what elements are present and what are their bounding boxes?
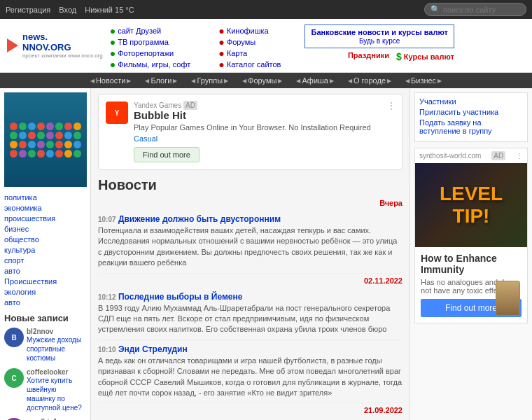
level-badge: LEVELTIP! — [440, 183, 503, 227]
news-text: Потенциала и взаимодействия ваших детей,… — [98, 225, 402, 269]
news-time: 10:12 — [98, 293, 116, 301]
search-icon: 🔍 — [430, 5, 440, 14]
new-posts-title: Новые записи — [4, 313, 86, 323]
logo-sub: проект компании www.nnov.org — [22, 52, 103, 59]
date-label: 02.11.2022 — [98, 276, 402, 285]
nav-col-2: ● Кинофишка ● Форумы ● Карта ● Каталог с… — [218, 22, 281, 69]
right-promo: Банковские новости и курсы валют Будь в … — [298, 22, 461, 69]
news-text: В 1993 году Алию Мухаммад Аль-Шраретабра… — [98, 303, 402, 335]
sidebar-incidents[interactable]: происшествия — [4, 214, 86, 223]
nav-forums[interactable]: ● Форумы — [218, 37, 281, 47]
game-ad-image — [4, 92, 87, 187]
sidebar-nav: политика экономика происшествия бизнес о… — [4, 192, 86, 307]
sidebar-politics[interactable]: политика — [4, 192, 86, 202]
cat-news[interactable]: ◀ Новости ▶ — [83, 73, 139, 88]
nav-photo[interactable]: ● Фоторепортажи — [110, 48, 191, 58]
community-box: Участники Пригласить участника Подать за… — [414, 92, 528, 142]
sidebar-auto[interactable]: авто — [4, 266, 86, 276]
post-text: Мужские доходы спортивные костюмы — [27, 335, 86, 363]
nav-col-1: ● сайт Друзей ● ТВ программа ● Фоторепор… — [110, 22, 191, 69]
news-time: 10:10 — [98, 346, 116, 354]
news-item: 11:29 Существуют ли честные рублевые каз… — [98, 417, 402, 420]
login-link[interactable]: Вход — [59, 6, 76, 14]
left-sidebar: политика экономика происшествия бизнес о… — [0, 88, 91, 420]
list-item: C coffeelooker Хотите купить швейную маш… — [4, 368, 86, 412]
news-link[interactable]: Энди Стрелудин — [118, 344, 188, 354]
sidebar-economy[interactable]: экономика — [4, 203, 86, 213]
bank-promo: Банковские новости и курсы валют Будь в … — [304, 24, 454, 48]
right-ad-image: LEVELTIP! — [415, 163, 527, 247]
post-text: Хотите купить швейную машинку по доступн… — [27, 376, 86, 412]
news-link[interactable]: Последние выборы в Йемене — [118, 292, 242, 302]
bank-promo-text: Банковские новости и курсы валют — [311, 28, 448, 36]
ad-more-icon[interactable]: ⋮ — [386, 100, 396, 111]
cat-afisha[interactable]: ◀ Афиша ▶ — [289, 73, 341, 88]
currency-icon: $ — [396, 51, 402, 62]
news-text: А ведь как он отличался товарищами и игр… — [98, 356, 402, 399]
register-link[interactable]: Регистрация — [6, 6, 50, 14]
news-link[interactable]: Движение должно быть двусторонним — [118, 214, 281, 224]
right-ad-title: How to Enhance Immunity — [421, 253, 522, 275]
ad-logo: Y — [106, 102, 128, 124]
bank-sub: Будь в курсе — [359, 37, 400, 45]
ad-content: Yandex Games AD Bubble Hit Play Popular … — [134, 102, 395, 162]
search-bar: 🔍 — [424, 3, 526, 16]
top-bar-links: Регистрация Вход Нижний 15 °C — [6, 6, 134, 14]
ad-tag: Casual — [134, 134, 395, 143]
avatar: C — [4, 368, 24, 388]
news-section: Новости Вчера 10:07 Движение должно быть… — [98, 177, 402, 420]
sidebar-ecology[interactable]: экология — [4, 287, 86, 297]
main-layout: политика экономика происшествия бизнес о… — [0, 88, 532, 420]
news-time: 10:07 — [98, 216, 116, 223]
currency-link-block: $ Курсы валют — [396, 51, 454, 62]
news-item: 10:07 Движение должно быть двусторонним … — [98, 210, 402, 274]
nav-map[interactable]: ● Карта — [218, 48, 281, 58]
cat-business[interactable]: ◀ Бизнес ▶ — [398, 73, 449, 88]
promo-links: Праздники $ Курсы валют — [348, 51, 454, 62]
cat-forums[interactable]: ◀ Форумы ▶ — [235, 73, 289, 88]
nav-catalog[interactable]: ● Каталог сайтов — [218, 59, 281, 69]
cat-about[interactable]: ◀ О городе ▶ — [341, 73, 398, 88]
logo-area: news.NNOV.ORG проект компании www.nnov.o… — [0, 19, 532, 73]
post-user: bl2nnov — [27, 328, 86, 335]
right-ad-provider: synthosit-world.com — [419, 152, 481, 160]
sidebar-auto2[interactable]: авто — [4, 298, 86, 307]
ad-find-out-more-button[interactable]: Find out more — [134, 147, 200, 162]
right-ad-label: AD — [491, 151, 505, 160]
participants-link[interactable]: Участники — [419, 97, 523, 106]
holidays-link[interactable]: Праздники — [348, 51, 389, 62]
sidebar-sport[interactable]: спорт — [4, 255, 86, 265]
center-content: Y Yandex Games AD Bubble Hit Play Popula… — [91, 88, 410, 420]
ad-title: Bubble Hit — [134, 109, 395, 121]
right-ad-header: synthosit-world.com AD ⋮ — [415, 148, 527, 163]
join-link[interactable]: Подать заявку на вступление в группу — [419, 118, 523, 135]
news-section-title: Новости — [98, 177, 402, 193]
date-label-2: 21.09.2022 — [98, 406, 402, 414]
nav-kinofishka[interactable]: ● Кинофишка — [218, 26, 281, 36]
yesterday-label: Вчера — [379, 199, 402, 207]
invite-link[interactable]: Пригласить участника — [419, 108, 523, 116]
right-ad: synthosit-world.com AD ⋮ LEVELTIP! — [414, 148, 528, 323]
logo-block: news.NNOV.ORG проект компании www.nnov.o… — [0, 22, 110, 69]
sidebar-business[interactable]: бизнес — [4, 224, 86, 234]
cat-groups[interactable]: ◀ Группы ▶ — [184, 73, 235, 88]
news-item: 10:12 Последние выборы в Йемене В 1993 г… — [98, 288, 402, 340]
right-sidebar: Участники Пригласить участника Подать за… — [410, 88, 532, 420]
search-input[interactable] — [443, 6, 520, 14]
nav-tv[interactable]: ● ТВ программа — [110, 37, 191, 47]
cat-blogs[interactable]: ◀ Блоги ▶ — [138, 73, 184, 88]
right-ad-more-icon[interactable]: ⋮ — [516, 152, 523, 160]
ad-desc: Play Popular Games Online in Your Browse… — [134, 123, 395, 132]
ad-banner: Y Yandex Games AD Bubble Hit Play Popula… — [98, 94, 402, 170]
nav-films[interactable]: ● Фильмы, игры, софт — [110, 59, 191, 69]
sidebar-accidents[interactable]: Происшествия — [4, 276, 86, 286]
location-label: Нижний 15 °C — [85, 6, 134, 14]
post-user: coffeelooker — [27, 368, 86, 376]
avatar: B — [4, 328, 24, 347]
category-nav: ◀ Новости ▶ ◀ Блоги ▶ ◀ Группы ▶ ◀ Форум… — [0, 73, 532, 88]
sidebar-culture[interactable]: культура — [4, 245, 86, 255]
currency-link[interactable]: Курсы валют — [404, 52, 454, 61]
nav-site-friends[interactable]: ● сайт Друзей — [110, 26, 191, 36]
ad-provider: Yandex Games AD — [134, 102, 395, 109]
sidebar-society[interactable]: общество — [4, 234, 86, 244]
